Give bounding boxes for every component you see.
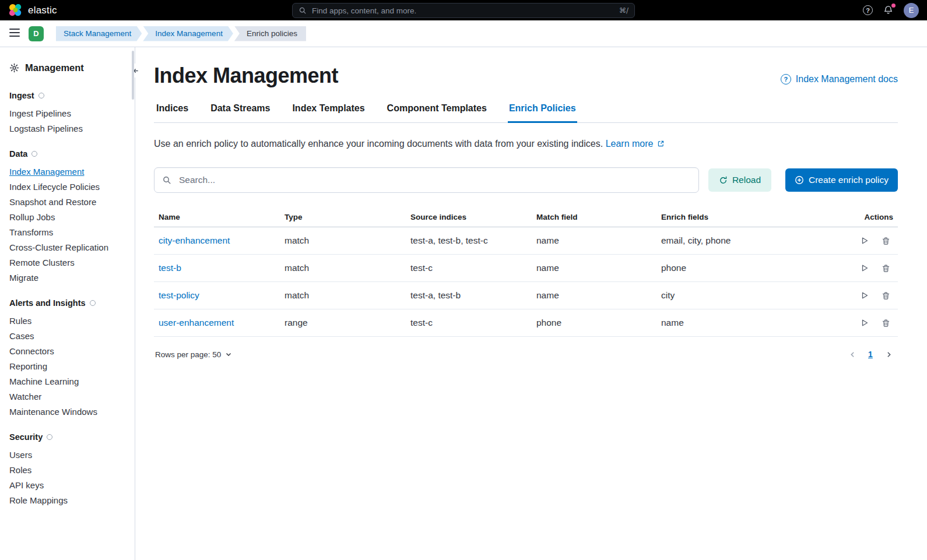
sidebar-section-ingest: IngestIngest PipelinesLogstash Pipelines: [9, 91, 129, 136]
sidebar-item-roles[interactable]: Roles: [9, 462, 129, 477]
previous-page-button[interactable]: [844, 346, 861, 362]
sidebar-item-rollup-jobs[interactable]: Rollup Jobs: [9, 209, 129, 224]
sidebar-item-remote-clusters[interactable]: Remote Clusters: [9, 255, 129, 270]
breadcrumb-index-management[interactable]: Index Management: [143, 26, 233, 41]
global-search-input[interactable]: [312, 6, 614, 15]
cell-match-field: name: [532, 255, 656, 282]
keyboard-shortcut: ⌘/: [619, 6, 628, 15]
help-icon: ?: [863, 5, 873, 15]
search-icon: [299, 6, 307, 15]
sidebar-item-cross-cluster-replication[interactable]: Cross-Cluster Replication: [9, 240, 129, 255]
collapse-sidebar-button[interactable]: [127, 64, 142, 78]
policy-search-input[interactable]: [154, 167, 699, 193]
pagination: 1: [844, 346, 897, 362]
cell-name: user-enhancement: [154, 309, 280, 337]
space-badge[interactable]: D: [29, 26, 44, 41]
description-text: Use an enrich policy to automatically en…: [154, 139, 603, 149]
cell-source-indices: test-c: [406, 255, 532, 282]
sidebar-item-ingest-pipelines[interactable]: Ingest Pipelines: [9, 105, 129, 121]
policy-link-user-enhancement[interactable]: user-enhancement: [159, 318, 234, 327]
delete-policy-button[interactable]: [878, 288, 893, 303]
rows-per-page-button[interactable]: Rows per page: 50: [155, 350, 232, 359]
delete-policy-button[interactable]: [878, 260, 893, 276]
gear-icon: [9, 63, 19, 73]
sidebar-item-machine-learning[interactable]: Machine Learning: [9, 374, 129, 389]
execute-policy-button[interactable]: [857, 260, 872, 276]
description: Use an enrich policy to automatically en…: [154, 137, 898, 151]
sidebar-item-users[interactable]: Users: [9, 447, 129, 462]
cell-actions: [844, 282, 898, 309]
sidebar-item-rules[interactable]: Rules: [9, 313, 129, 328]
search-icon: [162, 175, 171, 185]
sidebar-item-reporting[interactable]: Reporting: [9, 358, 129, 374]
reload-label: Reload: [732, 175, 761, 185]
docs-link[interactable]: ? Index Management docs: [781, 71, 898, 88]
hamburger-icon: [9, 29, 20, 37]
cell-enrich-fields: phone: [656, 255, 844, 282]
refresh-icon: [719, 176, 728, 185]
global-search[interactable]: ⌘/: [292, 3, 635, 18]
sidebar-item-snapshot-and-restore[interactable]: Snapshot and Restore: [9, 194, 129, 209]
sidebar-item-api-keys[interactable]: API keys: [9, 477, 129, 492]
menu-button[interactable]: [9, 29, 20, 38]
sidebar-scrollbar[interactable]: [132, 51, 134, 100]
tab-index-templates[interactable]: Index Templates: [291, 98, 366, 123]
cell-name: test-b: [154, 255, 280, 282]
sidebar-item-index-management[interactable]: Index Management: [9, 164, 129, 179]
sidebar-item-watcher[interactable]: Watcher: [9, 389, 129, 404]
cell-type: match: [280, 227, 406, 255]
brand[interactable]: elastic: [8, 3, 57, 17]
sidebar-item-role-mappings[interactable]: Role Mappings: [9, 492, 129, 508]
header-actions: ? E: [863, 3, 919, 18]
cell-enrich-fields: email, city, phone: [656, 227, 844, 255]
delete-policy-button[interactable]: [878, 233, 893, 248]
policy-link-test-policy[interactable]: test-policy: [159, 290, 199, 300]
tab-indices[interactable]: Indices: [155, 98, 189, 123]
play-icon: [860, 263, 869, 273]
brand-name: elastic: [28, 5, 57, 16]
execute-policy-button[interactable]: [857, 288, 872, 303]
reload-button[interactable]: Reload: [708, 168, 771, 192]
cell-name: city-enhancement: [154, 227, 280, 255]
notifications-button[interactable]: [883, 5, 893, 15]
next-page-button[interactable]: [880, 346, 897, 362]
sidebar-item-cases[interactable]: Cases: [9, 328, 129, 343]
page-number[interactable]: 1: [863, 350, 878, 359]
sidebar-item-logstash-pipelines[interactable]: Logstash Pipelines: [9, 121, 129, 136]
breadcrumb-stack-management[interactable]: Stack Management: [56, 26, 142, 41]
column-header-enrich-fields: Enrich fields: [656, 207, 844, 227]
delete-policy-button[interactable]: [878, 315, 893, 330]
sidebar-item-index-lifecycle-policies[interactable]: Index Lifecycle Policies: [9, 179, 129, 194]
user-avatar[interactable]: E: [904, 3, 919, 18]
column-header-source-indices: Source indices: [406, 207, 532, 227]
tab-enrich-policies[interactable]: Enrich Policies: [508, 98, 577, 123]
table-row: test-policymatchtest-a, test-bnamecity: [154, 282, 898, 309]
learn-more-link[interactable]: Learn more: [606, 139, 664, 149]
policy-link-city-enhancement[interactable]: city-enhancement: [159, 235, 230, 245]
create-enrich-policy-button[interactable]: Create enrich policy: [785, 168, 898, 192]
execute-policy-button[interactable]: [857, 233, 872, 248]
execute-policy-button[interactable]: [857, 315, 872, 330]
tab-component-templates[interactable]: Component Templates: [386, 98, 488, 123]
cell-type: match: [280, 255, 406, 282]
tab-data-streams[interactable]: Data Streams: [209, 98, 271, 123]
cell-match-field: phone: [532, 309, 656, 337]
sidebar-item-connectors[interactable]: Connectors: [9, 343, 129, 358]
cell-name: test-policy: [154, 282, 280, 309]
sidebar-item-transforms[interactable]: Transforms: [9, 224, 129, 240]
table-row: city-enhancementmatchtest-a, test-b, tes…: [154, 227, 898, 255]
sidebar-item-migrate[interactable]: Migrate: [9, 270, 129, 285]
policy-link-test-b[interactable]: test-b: [159, 263, 181, 273]
cell-enrich-fields: name: [656, 309, 844, 337]
sidebar-section-security: SecurityUsersRolesAPI keysRole Mappings: [9, 432, 129, 508]
cell-actions: [844, 227, 898, 255]
page-title: Index Management: [154, 64, 338, 88]
section-info-icon: [90, 300, 96, 306]
sidebar-item-maintenance-windows[interactable]: Maintenance Windows: [9, 404, 129, 419]
table-row: test-bmatchtest-cnamephone: [154, 255, 898, 282]
trash-icon: [882, 237, 890, 245]
elastic-logo-icon: [8, 3, 23, 17]
column-header-type: Type: [280, 207, 406, 227]
help-button[interactable]: ?: [863, 5, 873, 15]
cell-actions: [844, 255, 898, 282]
